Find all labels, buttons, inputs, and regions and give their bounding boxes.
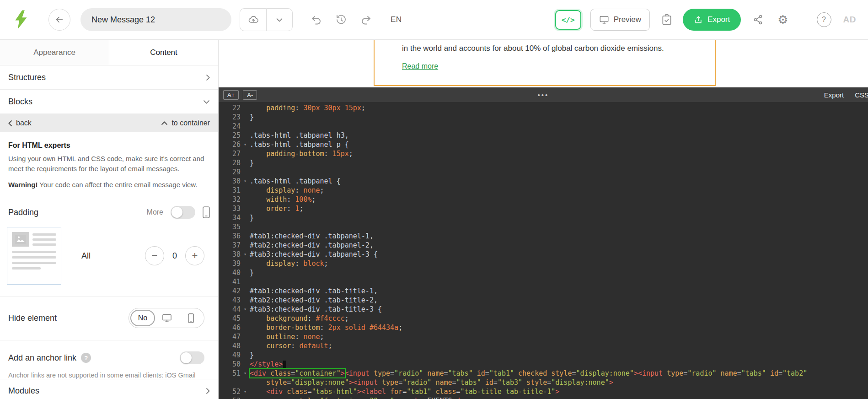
back-button[interactable] — [48, 9, 70, 31]
code-line[interactable]: 34} — [219, 213, 868, 222]
top-toolbar: New Message 12 EN </> — [0, 0, 868, 40]
code-line[interactable]: 33 order: 1; — [219, 204, 868, 213]
code-css-tab[interactable]: CSS — [855, 91, 868, 99]
history-group — [311, 14, 371, 25]
fold-arrow-icon[interactable]: ▾ — [241, 305, 250, 314]
code-line[interactable]: 32 width: 100%; — [219, 195, 868, 204]
font-decrease-button[interactable]: A- — [243, 90, 257, 100]
code-line[interactable]: 53 <p style="font-size: 20px;">our<br>EV… — [219, 396, 868, 399]
code-line[interactable]: 41 — [219, 277, 868, 286]
fold-arrow-icon[interactable]: ▾ — [241, 387, 250, 396]
code-line[interactable]: 27 padding-bottom: 15px; — [219, 149, 868, 158]
code-line[interactable]: 25.tabs-html .tabpanel h3, — [219, 131, 868, 140]
sidebar-item-modules[interactable]: Modules — [0, 379, 218, 399]
read-more-link[interactable]: Read more — [402, 62, 438, 70]
hide-mobile-option[interactable] — [179, 311, 203, 325]
code-editor[interactable]: 22 padding: 30px 30px 15px;23}2425.tabs-… — [219, 102, 868, 399]
chevron-down-icon — [276, 18, 283, 22]
code-view-toggle-button[interactable]: </> — [555, 10, 581, 30]
code-line[interactable]: 23} — [219, 113, 868, 122]
validator-button[interactable] — [661, 14, 673, 26]
code-line[interactable]: 30▾.tabs-html .tabpanel { — [219, 177, 868, 186]
code-text: width: 100%; — [250, 195, 316, 204]
tab-content[interactable]: Content — [109, 40, 218, 65]
code-line[interactable]: 51▾<div class="container"><input type="r… — [219, 369, 868, 378]
code-line[interactable]: 42#tab1:checked~div .tab-title-1, — [219, 286, 868, 296]
export-button[interactable]: Export — [683, 9, 741, 31]
code-line[interactable]: style="display:none"><input type="radio"… — [219, 378, 868, 387]
line-number: 44 — [219, 305, 241, 314]
redo-button[interactable] — [360, 14, 371, 25]
tab-appearance[interactable]: Appearance — [0, 40, 109, 65]
anchor-help-icon[interactable]: ? — [81, 353, 91, 363]
padding-increase-button[interactable]: + — [185, 246, 204, 265]
code-line[interactable]: 24 — [219, 122, 868, 131]
line-number: 52 — [219, 387, 241, 396]
app-logo-icon[interactable] — [12, 10, 30, 30]
fold-arrow-icon[interactable]: ▾ — [241, 140, 250, 149]
code-line[interactable]: 37#tab2:checked~div .tabpanel-2, — [219, 241, 868, 250]
line-number: 36 — [219, 232, 241, 241]
code-line[interactable]: 29 — [219, 167, 868, 177]
line-number: 41 — [219, 277, 241, 286]
code-line[interactable]: 36#tab1:checked~div .tabpanel-1, — [219, 232, 868, 241]
preview-button[interactable]: Preview — [590, 9, 650, 31]
code-lines[interactable]: 22 padding: 30px 30px 15px;23}2425.tabs-… — [219, 103, 868, 399]
account-avatar[interactable]: AD — [843, 15, 856, 25]
code-export-button[interactable]: Export — [824, 91, 844, 99]
code-line[interactable]: 35 — [219, 222, 868, 232]
code-text: #tab2:checked~div .tab-title-2, — [250, 296, 378, 305]
code-line[interactable]: 38▾#tab3:checked~div .tabpanel-3 { — [219, 250, 868, 259]
font-increase-button[interactable]: A+ — [223, 90, 239, 100]
share-button[interactable] — [753, 14, 764, 25]
code-text: .tabs-html .tabpanel h3, — [250, 131, 349, 140]
mobile-icon[interactable] — [203, 206, 210, 218]
code-line[interactable]: 22 padding: 30px 30px 15px; — [219, 103, 868, 113]
sidebar-item-structures[interactable]: Structures — [0, 65, 218, 90]
code-line[interactable]: 44▾#tab3:checked~div .tab-title-3 { — [219, 305, 868, 314]
redo-icon — [360, 14, 371, 25]
code-line[interactable]: 48 cursor: default; — [219, 341, 868, 350]
to-container-link[interactable]: to container — [161, 119, 210, 127]
selected-container-outline[interactable]: in the world and accounts for about 10% … — [374, 40, 716, 86]
email-preview-canvas: in the world and accounts for about 10% … — [219, 40, 868, 87]
hide-none-option[interactable]: No — [130, 310, 155, 326]
help-button[interactable]: ? — [817, 12, 831, 27]
fold-gutter — [241, 241, 250, 250]
code-line[interactable]: 40} — [219, 268, 868, 277]
code-line[interactable]: 52▾ <div class="tabs-html"><label for="t… — [219, 387, 868, 396]
language-selector[interactable]: EN — [391, 15, 402, 24]
code-line[interactable]: 45 background: #f4cccc; — [219, 314, 868, 323]
padding-decrease-button[interactable]: − — [145, 246, 164, 265]
fold-gutter — [241, 213, 250, 222]
message-title-input[interactable]: New Message 12 — [80, 8, 231, 31]
code-line[interactable]: 47 outline: none; — [219, 332, 868, 341]
version-history-button[interactable] — [336, 14, 347, 25]
hide-desktop-option[interactable] — [155, 311, 179, 325]
sidebar-item-blocks[interactable]: Blocks — [0, 90, 218, 114]
line-number: 48 — [219, 341, 241, 350]
anchor-link-toggle[interactable] — [180, 351, 204, 364]
code-line[interactable]: 31 display: none; — [219, 186, 868, 195]
code-line[interactable]: 43#tab2:checked~div .tab-title-2, — [219, 296, 868, 305]
settings-button[interactable]: ⚙ — [777, 14, 788, 26]
code-line[interactable]: 26▾.tabs-html .tabpanel p { — [219, 140, 868, 149]
app-window: New Message 12 EN </> — [0, 0, 868, 399]
upload-button[interactable] — [240, 8, 266, 31]
code-line[interactable]: 46 border-bottom: 2px solid #64434a; — [219, 323, 868, 332]
more-toggle[interactable] — [171, 206, 195, 219]
back-link[interactable]: back — [8, 119, 32, 127]
undo-button[interactable] — [311, 14, 322, 25]
fold-gutter — [241, 277, 250, 286]
code-line[interactable]: 49} — [219, 350, 868, 360]
code-line[interactable]: 28} — [219, 158, 868, 167]
fold-arrow-icon[interactable]: ▾ — [241, 177, 250, 186]
html-experts-body: Using your own HTML and CSS code, make s… — [8, 154, 210, 174]
fold-arrow-icon[interactable]: ▾ — [241, 250, 250, 259]
resize-handle[interactable]: ••• — [538, 91, 549, 99]
code-line[interactable]: 39 display: block; — [219, 259, 868, 268]
padding-value[interactable]: 0 — [171, 251, 179, 261]
fold-arrow-icon[interactable]: ▾ — [241, 369, 250, 378]
save-options-dropdown[interactable] — [266, 8, 293, 31]
code-line[interactable]: 50</style> — [219, 360, 868, 369]
